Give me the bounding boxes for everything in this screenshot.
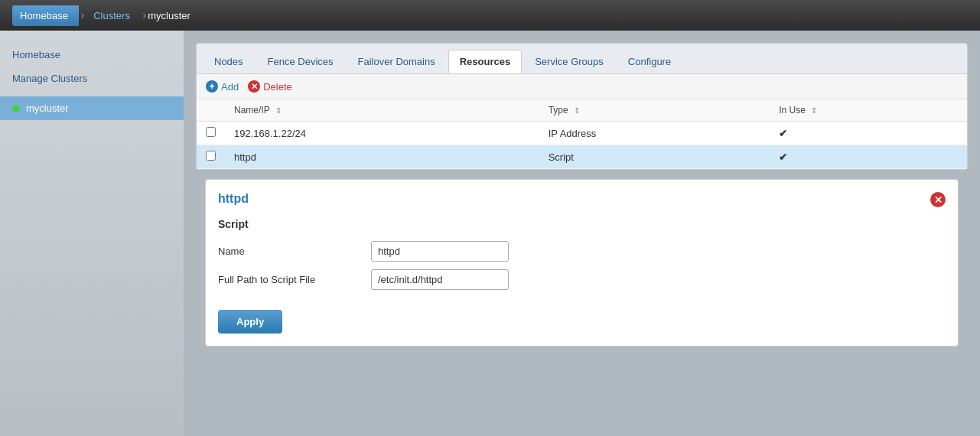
label-script-path: Full Path to Script File [218, 274, 371, 285]
sort-name-icon: ⇕ [275, 106, 282, 115]
row-type-1: IP Address [539, 122, 770, 145]
col-checkbox [197, 99, 225, 122]
detail-header: httpd ✕ [218, 192, 946, 218]
label-name: Name [218, 246, 371, 257]
main-layout: Homebase Manage Clusters mycluster Nodes… [0, 31, 980, 436]
row-checkbox-1[interactable] [197, 122, 225, 145]
breadcrumb-sep-2: › [142, 8, 146, 22]
resources-table: Name/IP ⇕ Type ⇕ In Use ⇕ [197, 99, 967, 169]
tab-service-groups[interactable]: Service Groups [523, 50, 615, 73]
col-type[interactable]: Type ⇕ [539, 99, 770, 122]
sidebar-item-homebase[interactable]: Homebase [0, 43, 184, 67]
toolbar: + Add ✕ Delete [197, 74, 967, 99]
breadcrumb-clusters[interactable]: Clusters [86, 5, 141, 26]
close-icon: ✕ [930, 192, 946, 207]
add-label: Add [221, 81, 239, 93]
breadcrumb-sep-1: › [80, 8, 84, 22]
row-name-2: httpd [225, 145, 539, 169]
section-heading: Script [218, 218, 946, 230]
delete-button[interactable]: ✕ Delete [248, 80, 292, 93]
cluster-name: mycluster [26, 102, 69, 114]
sort-type-icon: ⇕ [574, 106, 580, 115]
col-in-use[interactable]: In Use ⇕ [770, 99, 967, 122]
add-button[interactable]: + Add [206, 80, 239, 93]
sidebar-item-manage-clusters[interactable]: Manage Clusters [0, 67, 184, 90]
breadcrumb-home[interactable]: Homebase [12, 5, 79, 26]
tab-resources[interactable]: Resources [448, 50, 522, 73]
content-area: Nodes Fence Devices Failover Domains Res… [184, 31, 980, 436]
detail-title: httpd [218, 192, 249, 206]
cluster-status-dot [12, 105, 20, 112]
table-row[interactable]: 192.168.1.22/24 IP Address ✔ [197, 122, 967, 145]
row-inuse-2: ✔ [770, 145, 967, 169]
sidebar: Homebase Manage Clusters mycluster [0, 31, 184, 436]
input-name[interactable] [371, 241, 509, 262]
tab-failover-domains[interactable]: Failover Domains [347, 50, 447, 73]
row-checkbox-2[interactable] [197, 145, 225, 169]
tabs-bar: Nodes Fence Devices Failover Domains Res… [197, 44, 967, 74]
form-row-script-path: Full Path to Script File [218, 269, 946, 290]
x-icon: ✕ [248, 80, 260, 93]
detail-panel: httpd ✕ Script Name Full Path to Script … [205, 179, 959, 347]
tab-configure[interactable]: Configure [617, 50, 682, 73]
sort-inuse-icon: ⇕ [811, 106, 817, 115]
plus-icon: + [206, 80, 218, 93]
top-bar: Homebase › Clusters › mycluster [0, 0, 980, 31]
breadcrumb-current: mycluster [148, 10, 190, 21]
tab-fence-devices[interactable]: Fence Devices [256, 50, 345, 73]
sidebar-cluster-mycluster[interactable]: mycluster [0, 96, 184, 120]
col-name-ip[interactable]: Name/IP ⇕ [225, 99, 539, 122]
checkbox-2[interactable] [206, 151, 216, 161]
main-panel: Nodes Fence Devices Failover Domains Res… [196, 43, 968, 170]
table-row[interactable]: httpd Script ✔ [197, 145, 967, 169]
tab-nodes[interactable]: Nodes [203, 50, 255, 73]
row-name-1: 192.168.1.22/24 [225, 122, 539, 145]
input-script-path[interactable] [371, 269, 509, 290]
apply-button[interactable]: Apply [218, 310, 282, 334]
detail-close-button[interactable]: ✕ [930, 192, 946, 207]
delete-label: Delete [263, 81, 292, 93]
form-row-name: Name [218, 241, 946, 262]
row-inuse-1: ✔ [770, 122, 967, 145]
checkbox-1[interactable] [206, 127, 216, 137]
row-type-2: Script [539, 145, 770, 169]
